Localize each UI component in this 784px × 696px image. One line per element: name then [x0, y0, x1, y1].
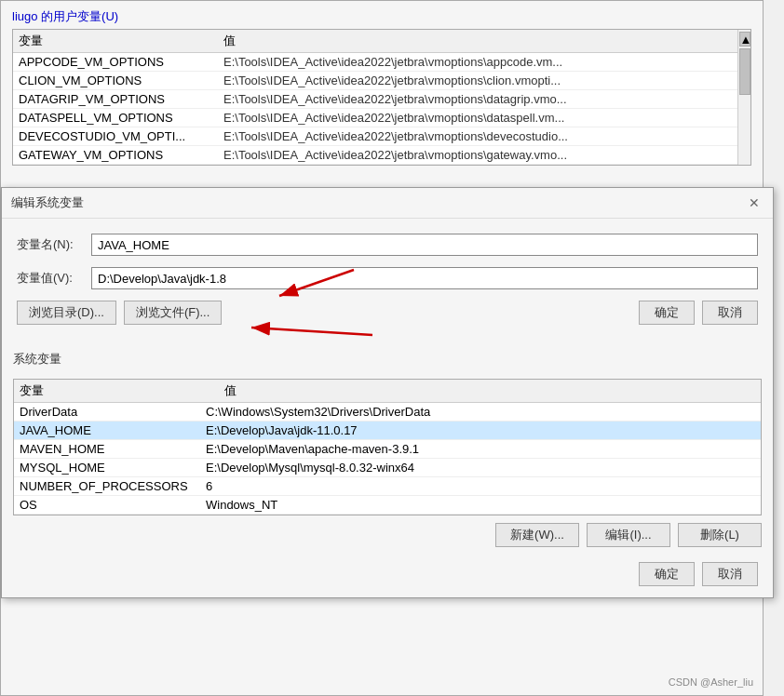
user-vars-scrollbar[interactable]: ▲	[737, 30, 750, 165]
delete-sys-var-button[interactable]: 删除(L)	[678, 523, 762, 547]
scrollbar-thumb[interactable]	[739, 48, 750, 95]
dialog-action-buttons: 浏览目录(D)... 浏览文件(F)... 确定 取消	[17, 301, 758, 332]
var-value-row: 变量值(V):	[17, 267, 758, 289]
var-name-label: 变量名(N):	[17, 236, 91, 253]
user-var-row-5[interactable]: GATEWAY_VM_OPTIONS E:\Tools\IDEA_Active\…	[13, 146, 750, 165]
user-var-row-0[interactable]: APPCODE_VM_OPTIONS E:\Tools\IDEA_Active\…	[13, 53, 750, 72]
user-vars-title: liugo 的用户变量(U)	[1, 1, 763, 29]
header-val: 值	[223, 33, 745, 49]
var-value-label: 变量值(V):	[17, 270, 91, 287]
buttons-spacer	[229, 301, 631, 325]
sys-vars-header: 变量 值	[14, 380, 761, 403]
dialog-ok-button[interactable]: 确定	[639, 301, 695, 325]
var-name-input[interactable]	[91, 234, 758, 256]
sys-vars-buttons: 新建(W)... 编辑(I)... 删除(L)	[2, 515, 773, 555]
dialog-cancel-button[interactable]: 取消	[702, 301, 758, 325]
user-var-row-3[interactable]: DATASPELL_VM_OPTIONS E:\Tools\IDEA_Activ…	[13, 109, 750, 127]
header-var: 变量	[19, 33, 223, 49]
sys-vars-table: 变量 值 DriverData C:\Windows\System32\Driv…	[13, 379, 762, 515]
dialog-titlebar: 编辑系统变量 ✕	[2, 188, 773, 219]
sys-var-row-2[interactable]: MAVEN_HOME E:\Develop\Maven\apache-maven…	[14, 440, 761, 459]
new-sys-var-button[interactable]: 新建(W)...	[495, 523, 579, 547]
sys-var-row-3[interactable]: MYSQL_HOME E:\Develop\Mysql\mysql-8.0.32…	[14, 459, 761, 477]
edit-sys-var-button[interactable]: 编辑(I)...	[587, 523, 670, 547]
dialog-title: 编辑系统变量	[11, 194, 84, 211]
browse-file-button[interactable]: 浏览文件(F)...	[124, 301, 222, 325]
sys-var-row-1[interactable]: JAVA_HOME E:\Develop\Java\jdk-11.0.17	[14, 422, 761, 440]
watermark: CSDN @Asher_liu	[669, 676, 753, 688]
dialog-close-button[interactable]: ✕	[745, 194, 764, 212]
sys-var-row-4[interactable]: NUMBER_OF_PROCESSORS 6	[14, 477, 761, 496]
dialog-body: 变量名(N): 变量值(V): 浏览目录(D)... 浏览文件(F)... 确定…	[2, 219, 773, 343]
env-variables-window: liugo 的用户变量(U) 变量 值 APPCODE_VM_OPTIONS E…	[0, 0, 764, 696]
bottom-buttons-row: 确定 取消	[2, 555, 773, 597]
user-vars-header: 变量 值	[13, 30, 750, 53]
sys-header-var: 变量	[20, 382, 224, 399]
user-var-row-2[interactable]: DATAGRIP_VM_OPTIONS E:\Tools\IDEA_Active…	[13, 90, 750, 109]
user-var-row-4[interactable]: DEVECOSTUDIO_VM_OPTI... E:\Tools\IDEA_Ac…	[13, 127, 750, 146]
scrollbar-up-arrow[interactable]: ▲	[739, 32, 750, 47]
main-cancel-button[interactable]: 取消	[702, 562, 758, 586]
sys-var-row-5[interactable]: OS Windows_NT	[14, 496, 761, 515]
edit-sys-var-dialog: 编辑系统变量 ✕ 变量名(N): 变量值(V): 浏览目录(D)... 浏览文件…	[1, 187, 774, 598]
main-ok-button[interactable]: 确定	[639, 562, 695, 586]
var-name-row: 变量名(N):	[17, 234, 758, 256]
sys-vars-title: 系统变量	[2, 343, 773, 371]
user-var-row-1[interactable]: CLION_VM_OPTIONS E:\Tools\IDEA_Active\id…	[13, 72, 750, 90]
sys-header-val: 值	[224, 382, 755, 399]
var-value-input[interactable]	[91, 267, 758, 289]
browse-dir-button[interactable]: 浏览目录(D)...	[17, 301, 116, 325]
sys-var-row-0[interactable]: DriverData C:\Windows\System32\Drivers\D…	[14, 403, 761, 422]
